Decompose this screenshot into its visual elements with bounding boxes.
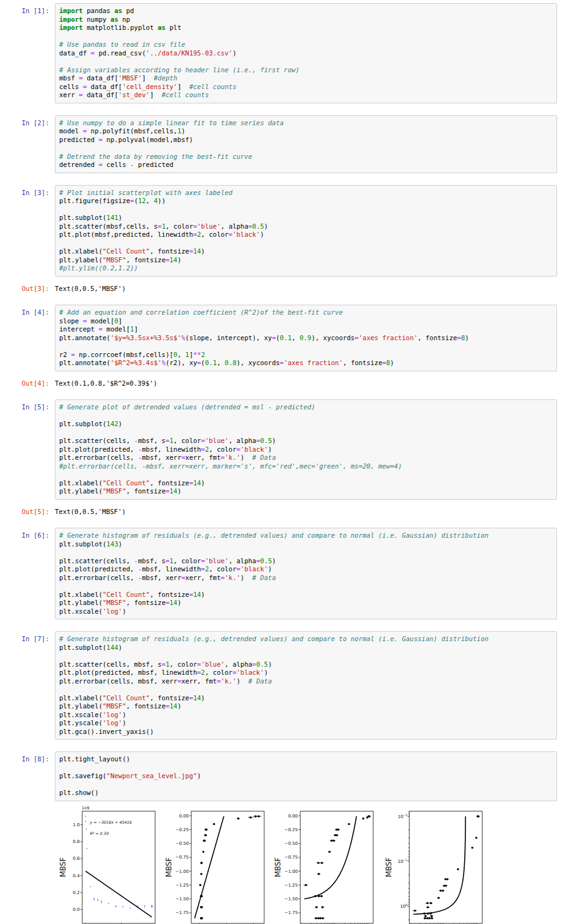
- code-text: # Generate histogram of residuals (e.g.,…: [59, 635, 553, 736]
- code-editor[interactable]: # Plot initial scatterplot with axes lab…: [55, 185, 557, 277]
- code-editor[interactable]: import pandas as pd import numpy as np i…: [55, 3, 557, 103]
- data-point: [205, 834, 207, 836]
- output-text: Text(0,0.5,'MBSF'): [55, 281, 126, 293]
- data-point: [437, 897, 439, 898]
- input-prompt: In [4]:: [0, 305, 55, 317]
- code-text: plt.tight_layout() plt.savefig("Newport_…: [59, 755, 553, 798]
- code-cell-3[interactable]: In [3]:# Plot initial scatterplot with a…: [0, 185, 567, 277]
- code-editor[interactable]: plt.tight_layout() plt.savefig("Newport_…: [55, 751, 557, 801]
- code-editor[interactable]: # Generate histogram of residuals (e.g.,…: [55, 631, 557, 740]
- data-point: [237, 817, 239, 819]
- axes-box: [409, 811, 482, 923]
- data-point: [471, 846, 473, 848]
- scatter-point: [87, 847, 88, 849]
- data-point: [427, 906, 429, 908]
- data-point: [320, 895, 322, 897]
- svg-text:100: 100: [400, 903, 407, 908]
- y-axis-label: MBSF: [164, 857, 173, 877]
- code-text: # Generate histogram of residuals (e.g.,…: [59, 531, 553, 616]
- data-point: [320, 917, 322, 919]
- data-point: [315, 906, 317, 908]
- code-cell-5[interactable]: In [5]:# Generate plot of detrended valu…: [0, 399, 567, 500]
- data-point: [362, 817, 364, 819]
- svg-text:−1.25: −1.25: [285, 882, 298, 887]
- scatter-point: [101, 902, 102, 903]
- fit-line: [194, 816, 224, 918]
- input-prompt: In [7]:: [0, 631, 55, 644]
- scatter-point: [93, 898, 95, 899]
- data-point: [331, 839, 333, 841]
- data-point: [431, 917, 433, 919]
- code-cell-1[interactable]: In [1]:import pandas as pd import numpy …: [0, 3, 567, 103]
- svg-text:−1.50: −1.50: [176, 897, 189, 902]
- subplot-143: 1071081090.00−0.25−0.50−0.75−1.00−1.25−1…: [274, 811, 373, 924]
- data-point: [414, 909, 416, 911]
- scatter-point: [144, 906, 145, 907]
- input-prompt: In [1]:: [0, 3, 55, 16]
- data-point: [442, 889, 444, 891]
- data-point: [258, 815, 260, 817]
- output-prompt: Out[5]:: [0, 504, 55, 517]
- data-point: [429, 917, 431, 919]
- svg-text:0.2: 0.2: [73, 890, 80, 895]
- svg-text:−0.75: −0.75: [285, 855, 298, 860]
- data-point: [317, 862, 319, 864]
- data-point: [206, 828, 207, 830]
- output-prompt: Out[3]:: [0, 281, 55, 293]
- data-point: [328, 850, 330, 852]
- data-point: [348, 822, 350, 824]
- data-point: [315, 895, 317, 897]
- code-cell-6[interactable]: In [6]:# Generate histogram of residuals…: [0, 528, 567, 619]
- output-cell-3: Out[3]:Text(0,0.5,'MBSF'): [0, 281, 567, 293]
- svg-text:−1.00: −1.00: [176, 869, 189, 874]
- svg-text:0.6: 0.6: [73, 856, 80, 861]
- scatter-point: [97, 900, 98, 901]
- code-editor[interactable]: # Generate histogram of residuals (e.g.,…: [55, 528, 557, 619]
- input-prompt: In [2]:: [0, 115, 55, 128]
- data-point: [440, 889, 442, 891]
- data-point: [336, 834, 338, 836]
- output-text: Text(0,0.5,'MBSF'): [55, 504, 126, 517]
- code-text: # Plot initial scatterplot with axes lab…: [59, 189, 553, 273]
- code-editor[interactable]: # Generate plot of detrended values (det…: [55, 399, 557, 500]
- svg-text:−1.25: −1.25: [176, 882, 189, 887]
- data-point: [427, 912, 429, 914]
- data-point: [204, 839, 206, 841]
- input-prompt: In [5]:: [0, 399, 55, 412]
- scatter-point: [93, 899, 95, 900]
- subplot-141: 010.00.20.40.60.81.0Cell CountMBSF1e9y =…: [59, 806, 155, 924]
- code-text: # Generate plot of detrended values (det…: [59, 403, 553, 496]
- code-text: import pandas as pd import numpy as np i…: [59, 7, 553, 100]
- code-editor[interactable]: # Add an equation and correlation coeffi…: [55, 305, 557, 371]
- svg-text:−0.25: −0.25: [285, 827, 298, 832]
- data-point: [446, 878, 448, 880]
- data-point: [321, 862, 323, 864]
- data-point: [199, 884, 201, 885]
- svg-text:−1.75: −1.75: [176, 910, 189, 915]
- svg-text:−1.00: −1.00: [285, 869, 298, 874]
- data-point: [475, 836, 477, 838]
- scatter-point: [115, 905, 117, 907]
- svg-text:−0.75: −0.75: [176, 855, 189, 860]
- notebook: In [1]:import pandas as pd import numpy …: [0, 0, 567, 924]
- code-cell-4[interactable]: In [4]:# Add an equation and correlation…: [0, 305, 567, 371]
- output-cell-4: Out[4]:Text(0.1,0.8,'$R^2=0.39$'): [0, 376, 567, 388]
- code-cell-8[interactable]: In [8]:plt.tight_layout() plt.savefig("N…: [0, 751, 567, 801]
- svg-text:0.00: 0.00: [179, 813, 189, 818]
- axes-box: [300, 811, 373, 923]
- data-point: [254, 815, 256, 817]
- svg-text:−0.25: −0.25: [176, 827, 189, 832]
- code-cell-2[interactable]: In [2]:# Use numpy to do a simple linear…: [0, 115, 567, 173]
- scatter-point: [86, 828, 87, 829]
- scatter-point: [85, 816, 86, 817]
- code-cell-7[interactable]: In [7]:# Generate histogram of residuals…: [0, 631, 567, 740]
- data-point: [318, 895, 320, 897]
- svg-text:0.4: 0.4: [73, 873, 80, 878]
- data-point: [201, 862, 202, 864]
- data-point: [200, 873, 202, 875]
- output-text: Text(0.1,0.8,'$R^2=0.39$'): [55, 376, 157, 388]
- code-editor[interactable]: # Use numpy to do a simple linear fit to…: [55, 115, 557, 173]
- data-point: [457, 868, 459, 870]
- output-prompt-empty: [0, 806, 55, 809]
- data-point: [201, 895, 202, 897]
